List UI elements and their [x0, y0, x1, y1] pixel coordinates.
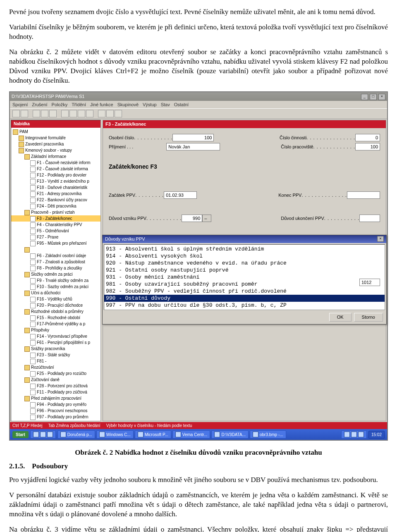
menu-item[interactable]: Výstup [143, 102, 157, 107]
toolbar-button[interactable] [98, 110, 105, 117]
tree-item[interactable]: Před zahájením zpracování [11, 395, 100, 401]
tree-item[interactable]: F22 - Bankovní účty pracov [11, 197, 100, 203]
popup-list-item[interactable]: 931 - Osoby měnící zaměstnání [104, 274, 385, 281]
tree-item[interactable]: F3 - Začátek/konec [11, 215, 100, 222]
tree-item[interactable]: Kmenový soubor - vstupy [11, 147, 100, 153]
start-button[interactable]: Start [12, 431, 29, 439]
popup-list-item[interactable]: 982 - Souběžný PPV - vedlejší činnost př… [104, 288, 385, 295]
menu-item[interactable]: Skupinově [117, 102, 139, 107]
toolbar-button[interactable] [41, 110, 48, 117]
tree-item[interactable]: F96 - Pracovní neschopnos [11, 408, 100, 414]
taskbar-item[interactable]: Windows C... [96, 430, 134, 439]
tree-item[interactable]: F23 - Stálé srážky [11, 352, 100, 358]
tree-item[interactable]: F8 - Prohlídky a zkoušky [11, 265, 100, 271]
tree-item[interactable]: F13 - Vynětí z evidenčního p [11, 178, 100, 184]
tree-item[interactable]: F5 - Odměňování [11, 228, 100, 234]
tray[interactable] [341, 430, 367, 439]
tree-item[interactable]: F4 - Charakteristiky PPV [11, 222, 100, 228]
prijmeni-input[interactable]: Novák Jan [166, 143, 220, 150]
popup-list-item[interactable]: 914 - Absolventi vysokých škol [104, 253, 385, 260]
toolbar-button[interactable] [49, 110, 57, 117]
tree-item[interactable]: F61 - Penzijní připojištění s p [11, 339, 100, 346]
maximize-button[interactable]: □ [370, 94, 377, 100]
taskbar-item[interactable]: Microsoft P... [135, 430, 171, 439]
tree-item[interactable]: Složky odměn za práci [11, 271, 100, 277]
tree-item[interactable]: Pracovně - právní vztah [11, 209, 100, 215]
popup-close-button[interactable]: × [377, 236, 384, 242]
tree-item[interactable]: Srážky pracovníka [11, 346, 100, 352]
close-button[interactable]: × [378, 94, 385, 100]
tree-item[interactable]: F21 - Adresy pracovníka [11, 191, 100, 197]
menu-item[interactable]: Spojení [12, 102, 28, 107]
popup-list-item[interactable]: 920 - Nástup zaměstnance vedeného v evid… [104, 260, 385, 267]
tree-item[interactable]: F6 - Základní osobní údaje [11, 253, 100, 259]
minimize-button[interactable]: _ [361, 94, 368, 100]
taskbar-item[interactable]: Vema Centr... [172, 430, 210, 439]
tree-item[interactable]: Učni a důchodci [11, 290, 100, 296]
cislo-pracoviste-input[interactable]: 100 [355, 143, 380, 150]
tree-item[interactable]: Zavedení pracovníka [11, 141, 100, 147]
cislo-cinnosti-input[interactable]: 0 [355, 134, 380, 141]
toolbar-button[interactable] [78, 110, 85, 117]
tree-item[interactable]: F24 - Děti pracovníka [11, 203, 100, 209]
taskbar-item[interactable]: Doručená p... [57, 430, 95, 439]
popup-list-item[interactable]: 921 - Ostatní osoby nastupující poprvé [104, 267, 385, 274]
tree-item[interactable]: F17-Průměrné výdělky a p [11, 321, 100, 327]
zacatek-ppv-input[interactable]: 01.02.93 [164, 191, 197, 199]
duvod-vzniku-dropdown-button[interactable]: – [202, 215, 211, 222]
toolbar-button[interactable] [69, 110, 77, 117]
tree-item[interactable]: F10 - Sazby odměn za práci [11, 284, 100, 290]
quick-launch[interactable] [30, 430, 56, 439]
tree-item[interactable]: Příspěvky [11, 327, 100, 333]
tree-item[interactable]: F20 - Pracující důchodce [11, 302, 100, 308]
tree-item[interactable] [11, 246, 100, 253]
tree-item[interactable]: F95 - Můstek pro přeřazení [11, 240, 100, 246]
tree-item[interactable]: F15 - Rozhodné období [11, 315, 100, 321]
tree-item[interactable]: Základní informace [11, 153, 100, 160]
popup-list-item[interactable]: 990 - Ostatní důvody [104, 295, 385, 302]
tree-item[interactable]: F81 - [11, 358, 100, 364]
toolbar-button[interactable] [21, 110, 28, 117]
extra-value-input[interactable]: 1012 [359, 279, 380, 286]
tree-item[interactable]: Zúčtování daně [11, 377, 100, 383]
toolbar-button[interactable] [86, 110, 93, 117]
tree-item[interactable]: F16 - Výdělky učňů [11, 296, 100, 302]
taskbar-item[interactable]: obr3.bmp -... [250, 430, 286, 439]
tree-item[interactable]: Rozúčtování [11, 364, 100, 370]
tree-item[interactable]: F2 - Časově závislé informa [11, 166, 100, 172]
tree-item[interactable]: F11 - Podklady pro zúčtová [11, 389, 100, 395]
tree-item[interactable]: PAM [11, 129, 100, 135]
menu-item[interactable]: Ostatní [174, 102, 189, 107]
menu-item[interactable]: Stav [161, 102, 170, 107]
popup-list-item[interactable]: 981 - Osoby uzavírající souběžný pracovn… [104, 281, 385, 288]
tree-item[interactable]: F9 - Trvalé složky odměn za [11, 277, 100, 284]
tree-item[interactable]: F94 - Podklady pro vyměřo [11, 401, 100, 408]
toolbar-button[interactable] [115, 110, 122, 117]
popup-cancel-button[interactable]: Storno [354, 313, 383, 322]
tree-item[interactable]: F28 - Potvrzení pro zúčtová [11, 383, 100, 389]
menu-item[interactable]: Položky [52, 102, 68, 107]
tree-item[interactable]: F97 - Podklady pro průměrn [11, 414, 100, 420]
popup-list-item[interactable]: 913 - Absolventi škol s úplným středním … [104, 246, 385, 253]
konec-ppv-input[interactable] [347, 191, 380, 199]
menu-item[interactable]: Zrušení [32, 102, 47, 107]
tree-item[interactable]: F14 - Vyrovnávací příspěve [11, 333, 100, 339]
menu-item[interactable]: Třídění [72, 102, 86, 107]
tree-item[interactable]: F18 - Daňové charakteristik [11, 184, 100, 191]
tree-item[interactable]: F1 - Časově nezávislé inform [11, 160, 100, 166]
tree-item[interactable]: F27 - Praxe [11, 234, 100, 240]
osobni-cislo-input[interactable]: 100 [172, 134, 214, 141]
popup-ok-button[interactable]: OK [329, 313, 352, 322]
toolbar-button[interactable] [12, 110, 20, 117]
tree-item[interactable]: F7 - Znalosti a způsobilost [11, 259, 100, 265]
tree-item[interactable]: Rozhodné období a průměry [11, 308, 100, 315]
taskbar-item[interactable]: D:\V3DATA... [211, 430, 249, 439]
tree-item[interactable]: F12 - Podklady pro dovoler [11, 172, 100, 178]
tree-item[interactable]: Integrované formuláře [11, 135, 100, 141]
popup-list-item[interactable]: 997 - PPV na dobu určitou dle §30 odst.3… [104, 302, 385, 309]
tree-item[interactable]: F25 - Podklady pro rozúčto [11, 370, 100, 377]
toolbar-button[interactable] [33, 110, 40, 117]
menu-item[interactable]: Jiné funkce [90, 102, 113, 107]
toolbar-button[interactable] [61, 110, 69, 117]
duvod-vzniku-input[interactable]: 990 [182, 215, 202, 222]
